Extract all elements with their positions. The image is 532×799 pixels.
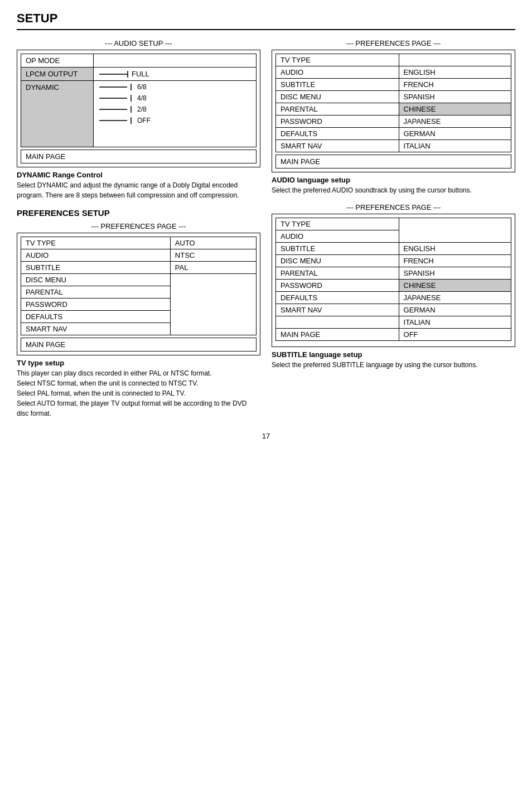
pref-bottom-right-row-3: DISC MENUFRENCH	[276, 255, 511, 267]
dynamic-range-text: Select DYNAMIC and adjust the dynamic ra…	[17, 180, 260, 200]
pref-bottom-right-label-7: SMART NAV	[276, 304, 399, 316]
slider-off: OFF	[99, 117, 250, 124]
pref-bottom-right-row-5: PASSWORDCHINESE	[276, 280, 511, 292]
pref-bottom-right-row-7: SMART NAVGERMAN	[276, 304, 511, 316]
pref-top-right-value-4: CHINESE	[399, 103, 511, 115]
preferences-panel-left: TV TYPEAUTOAUDIONTSCSUBTITLEPALDISC MENU…	[17, 233, 260, 355]
preferences-panel-top-right: TV TYPEAUDIOENGLISHSUBTITLEFRENCHDISC ME…	[272, 50, 515, 172]
pref-top-right-label: --- PREFERENCES PAGE ---	[272, 39, 515, 47]
dynamic-range-description: DYNAMIC Range Control Select DYNAMIC and…	[17, 171, 260, 200]
pref-top-right-label-1: AUDIO	[276, 66, 399, 79]
audio-label-opmode: OP MODE	[21, 54, 94, 68]
pref-bottom-right-label-2: SUBTITLE	[276, 243, 399, 255]
pref-left-row-7: SMART NAV	[21, 323, 257, 335]
pref-bottom-right-label-8	[276, 316, 399, 329]
pref-bottom-right-value-9: OFF	[399, 329, 511, 341]
pref-top-right-row-2: SUBTITLEFRENCH	[276, 79, 511, 91]
pref-top-right-label-4: PARENTAL	[276, 103, 399, 115]
audio-row-dynamic: DYNAMIC 6/8 4/8 2/8	[21, 81, 256, 147]
audio-language-title: AUDIO language setup	[272, 176, 515, 184]
pref-bottom-right-value-4: SPANISH	[399, 267, 511, 280]
pref-top-right-main-page[interactable]: MAIN PAGE	[275, 155, 511, 169]
pref-top-right-label-7: SMART NAV	[276, 140, 399, 152]
preferences-setup-heading: PREFERENCES SETUP	[17, 208, 260, 218]
pref-bottom-right-label-5: PASSWORD	[276, 280, 399, 292]
pref-bottom-right-value-8: ITALIAN	[399, 316, 511, 329]
pref-left-cell-label-3: DISC MENU	[21, 274, 171, 286]
pref-section-label: --- PREFERENCES PAGE ---	[17, 222, 260, 230]
pref-left-cell-label-7: SMART NAV	[21, 323, 171, 335]
pref-bottom-right-label: --- PREFERENCES PAGE ---	[272, 203, 515, 211]
pref-left-cell-label-2: SUBTITLE	[21, 262, 171, 274]
pref-left-row-1: AUDIONTSC	[21, 249, 257, 262]
dynamic-range-title: DYNAMIC Range Control	[17, 171, 260, 179]
page-title: SETUP	[17, 11, 515, 30]
pref-bottom-right-row-0: TV TYPE	[276, 218, 511, 230]
pref-top-right-label-3: DISC MENU	[276, 91, 399, 103]
pref-top-right-label-5: PASSWORD	[276, 115, 399, 128]
pref-left-row-0: TV TYPEAUTO	[21, 237, 257, 249]
pref-left-cell-value-1: NTSC	[170, 249, 256, 262]
audio-setup-panel: OP MODE LPCM OUTPUT FULL DYNAMIC	[17, 50, 260, 167]
audio-row-opmode: OP MODE	[21, 54, 256, 68]
pref-bottom-right-value-7: GERMAN	[399, 304, 511, 316]
pref-left-cell-label-5: PASSWORD	[21, 299, 171, 311]
pref-left-cell-label-1: AUDIO	[21, 249, 171, 262]
pref-bottom-right-row-9: MAIN PAGEOFF	[276, 329, 511, 341]
pref-left-cell-value-0: AUTO	[170, 237, 256, 249]
pref-top-right-row-5: PASSWORDJAPANESE	[276, 115, 511, 128]
audio-label-lpcm: LPCM OUTPUT	[21, 68, 94, 81]
pref-bottom-right-row-2: SUBTITLEENGLISH	[276, 243, 511, 255]
pref-bottom-right-label-3: DISC MENU	[276, 255, 399, 267]
tv-type-description: TV type setup This player can play discs…	[17, 359, 260, 418]
slider-2-8: 2/8	[99, 105, 250, 113]
pref-left-cell-label-0: TV TYPE	[21, 237, 171, 249]
pref-top-right-row-1: AUDIOENGLISH	[276, 66, 511, 79]
preferences-table-bottom-right: TV TYPEAUDIOSUBTITLEENGLISHDISC MENUFREN…	[275, 218, 511, 341]
right-column: --- PREFERENCES PAGE --- TV TYPEAUDIOENG…	[272, 39, 515, 426]
audio-setup-inner: OP MODE LPCM OUTPUT FULL DYNAMIC	[21, 54, 257, 147]
pref-left-row-2: SUBTITLEPAL	[21, 262, 257, 274]
pref-top-right-label-2: SUBTITLE	[276, 79, 399, 91]
pref-top-right-value-6: GERMAN	[399, 128, 511, 140]
audio-setup-section: --- AUDIO SETUP --- OP MODE LPCM OUTPUT …	[17, 39, 260, 426]
pref-bottom-right-row-1: AUDIO	[276, 230, 511, 243]
pref-bottom-right-label-1: AUDIO	[276, 230, 399, 243]
subtitle-language-text: Select the preferred SUBTITLE language b…	[272, 360, 515, 370]
audio-language-description: AUDIO language setup Select the preferre…	[272, 176, 515, 195]
page-number: 17	[17, 432, 515, 440]
audio-row-lpcm: LPCM OUTPUT FULL	[21, 68, 256, 81]
pref-bottom-right-value-2: ENGLISH	[399, 243, 511, 255]
pref-bottom-right-value-6: JAPANESE	[399, 292, 511, 304]
pref-top-right-row-7: SMART NAVITALIAN	[276, 140, 511, 152]
audio-main-page[interactable]: MAIN PAGE	[21, 150, 257, 163]
pref-left-main-page[interactable]: MAIN PAGE	[21, 338, 257, 352]
pref-bottom-right-value-5: CHINESE	[399, 280, 511, 292]
slider-6-8: 6/8	[99, 83, 250, 91]
pref-top-right-value-5: JAPANESE	[399, 115, 511, 128]
pref-top-right-row-0: TV TYPE	[276, 54, 511, 66]
pref-left-row-6: DEFAULTS	[21, 311, 257, 323]
tv-type-text: This player can play discs recorded in e…	[17, 368, 260, 418]
pref-left-cell-value-2: PAL	[170, 262, 256, 274]
pref-bottom-right-label-0: TV TYPE	[276, 218, 399, 230]
slider-full-label: FULL	[132, 70, 149, 78]
preferences-table-top-right: TV TYPEAUDIOENGLISHSUBTITLEFRENCHDISC ME…	[275, 54, 511, 152]
audio-language-text: Select the preferred AUDIO soundtrack by…	[272, 185, 515, 195]
pref-left-cell-label-6: DEFAULTS	[21, 311, 171, 323]
pref-top-right-value-2: FRENCH	[399, 79, 511, 91]
pref-top-right-row-6: DEFAULTSGERMAN	[276, 128, 511, 140]
pref-left-row-4: PARENTAL	[21, 286, 257, 299]
pref-top-right-row-4: PARENTALCHINESE	[276, 103, 511, 115]
pref-left-row-3: DISC MENU	[21, 274, 257, 286]
preferences-panel-bottom-right: TV TYPEAUDIOSUBTITLEENGLISHDISC MENUFREN…	[272, 214, 515, 347]
audio-setup-label: --- AUDIO SETUP ---	[17, 39, 260, 47]
pref-bottom-right-value-3: FRENCH	[399, 255, 511, 267]
pref-top-right-label-0: TV TYPE	[276, 54, 399, 66]
pref-top-right-label-6: DEFAULTS	[276, 128, 399, 140]
pref-bottom-right-label-6: DEFAULTS	[276, 292, 399, 304]
pref-left-cell-label-4: PARENTAL	[21, 286, 171, 299]
tv-type-title: TV type setup	[17, 359, 260, 367]
pref-bottom-right-row-8: ITALIAN	[276, 316, 511, 329]
subtitle-language-description: SUBTITLE language setup Select the prefe…	[272, 350, 515, 370]
